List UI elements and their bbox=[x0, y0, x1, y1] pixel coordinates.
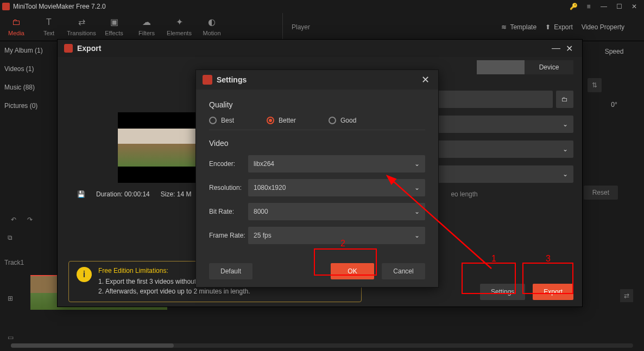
settings-title: Settings bbox=[217, 75, 419, 84]
radio-checked-icon bbox=[267, 117, 274, 124]
quality-good-radio[interactable]: Good bbox=[329, 117, 356, 124]
maximize-icon[interactable]: ☐ bbox=[611, 0, 627, 13]
size-label: Size: bbox=[161, 190, 175, 198]
upload-icon: ⬆ bbox=[545, 23, 551, 31]
chevron-down-icon: ⌄ bbox=[414, 208, 420, 215]
player-label: Player bbox=[292, 23, 310, 31]
export-close-icon[interactable]: ✕ bbox=[563, 42, 576, 55]
size-value: 14 M bbox=[177, 190, 192, 198]
video-property-button[interactable]: Video Property bbox=[582, 23, 624, 31]
cancel-button[interactable]: Cancel bbox=[382, 263, 425, 279]
text-icon: T bbox=[33, 17, 65, 27]
transitions-icon: ⇄ bbox=[65, 17, 98, 27]
tool-effects[interactable]: ▣ Effects bbox=[98, 17, 130, 37]
radio-icon bbox=[209, 117, 217, 124]
menu-icon[interactable]: ≡ bbox=[581, 0, 596, 13]
export-header: Export — ✕ bbox=[58, 40, 582, 57]
add-track-icon[interactable]: ▭ bbox=[8, 334, 14, 341]
layers-icon: ≋ bbox=[501, 23, 507, 31]
radio-icon bbox=[329, 117, 336, 124]
tool-transitions[interactable]: ⇄ Transitions bbox=[65, 17, 98, 37]
encoder-label: Encoder: bbox=[209, 160, 248, 168]
swap-icon[interactable]: ⇄ bbox=[620, 289, 633, 302]
motion-icon: ◐ bbox=[195, 17, 228, 27]
app-logo-icon bbox=[2, 3, 10, 10]
chevron-down-icon: ⌄ bbox=[414, 160, 420, 168]
speed-label[interactable]: Speed bbox=[584, 41, 644, 62]
annotation-label-3: 3 bbox=[546, 254, 551, 264]
resolution-dropdown[interactable]: 1080x1920⌄ bbox=[248, 179, 425, 196]
annotation-label-1: 1 bbox=[491, 254, 496, 264]
settings-logo-icon bbox=[203, 75, 212, 85]
tool-motion[interactable]: ◐ Motion bbox=[195, 17, 228, 37]
timeline-scrollbar[interactable] bbox=[11, 343, 633, 348]
folder-icon: 🗀 bbox=[561, 95, 568, 103]
annotation-label-2: 2 bbox=[340, 239, 345, 248]
sidebar-item-videos[interactable]: Videos (1) bbox=[0, 60, 54, 78]
key-icon[interactable]: 🔑 bbox=[566, 0, 581, 13]
browse-folder-button[interactable]: 🗀 bbox=[556, 91, 573, 108]
sidebar-item-music[interactable]: Music (88) bbox=[0, 78, 54, 97]
effects-icon: ▣ bbox=[98, 17, 130, 27]
copy-icon[interactable]: ⧉ bbox=[8, 234, 12, 241]
tool-filters[interactable]: ☁ Filters bbox=[130, 17, 163, 37]
duration-label: Duration: bbox=[96, 190, 123, 198]
framerate-dropdown[interactable]: 25 fps⌄ bbox=[248, 227, 425, 244]
property-adjust-icon[interactable]: ⇅ bbox=[588, 78, 602, 92]
video-section-title: Video bbox=[209, 139, 425, 148]
redo-icon[interactable]: ↷ bbox=[27, 216, 33, 224]
export-minimize-icon[interactable]: — bbox=[550, 42, 563, 55]
player-panel: Player ≋ Template ⬆ Export Video Propert… bbox=[282, 13, 644, 41]
track-label: Track1 bbox=[4, 259, 24, 266]
resolution-label: Resolution: bbox=[209, 184, 248, 192]
bitrate-label: Bit Rate: bbox=[209, 208, 248, 215]
export-confirm-button[interactable]: Export bbox=[533, 284, 573, 300]
reset-button[interactable]: Reset bbox=[584, 186, 618, 200]
tab-pc[interactable] bbox=[477, 60, 525, 74]
default-button[interactable]: Default bbox=[209, 263, 252, 279]
rotation-value: 0° bbox=[584, 94, 644, 115]
framerate-label: Frame Rate: bbox=[209, 232, 248, 239]
quality-better-radio[interactable]: Better bbox=[267, 117, 296, 124]
close-icon[interactable]: ✕ bbox=[627, 0, 642, 13]
video-length-label: eo length bbox=[451, 190, 573, 198]
duration-value: 00:00:14 bbox=[124, 190, 150, 198]
chevron-down-icon: ⌄ bbox=[563, 170, 568, 178]
save-icon: 💾 bbox=[77, 190, 85, 198]
media-sidebar: My Album (1) Videos (1) Music (88) Pictu… bbox=[0, 41, 54, 115]
undo-icon[interactable]: ↶ bbox=[11, 216, 16, 224]
folder-icon: 🗀 bbox=[0, 17, 33, 27]
settings-dialog: Settings ✕ Quality Best Better Good Vide… bbox=[195, 69, 439, 288]
export-title: Export bbox=[77, 44, 550, 53]
tab-device[interactable]: Device bbox=[525, 60, 573, 74]
chevron-down-icon: ⌄ bbox=[414, 232, 420, 239]
minimize-icon[interactable]: — bbox=[596, 0, 611, 13]
quality-section-title: Quality bbox=[209, 100, 425, 109]
quality-best-radio[interactable]: Best bbox=[209, 117, 234, 124]
ok-button[interactable]: OK bbox=[331, 263, 374, 279]
settings-button[interactable]: Settings bbox=[480, 284, 525, 300]
export-logo-icon bbox=[64, 44, 73, 53]
chevron-down-icon: ⌄ bbox=[563, 120, 568, 128]
template-button[interactable]: ≋ Template bbox=[501, 23, 536, 31]
chevron-down-icon: ⌄ bbox=[414, 184, 420, 192]
encoder-dropdown[interactable]: libx264⌄ bbox=[248, 155, 425, 173]
filters-icon: ☁ bbox=[130, 17, 163, 27]
app-title: MiniTool MovieMaker Free 7.2.0 bbox=[13, 3, 566, 10]
info-icon: i bbox=[77, 267, 92, 282]
elements-icon: ✦ bbox=[163, 17, 195, 27]
tool-elements[interactable]: ✦ Elements bbox=[163, 17, 195, 37]
limitations-line2: 2. Afterwards, export video up to 2 minu… bbox=[98, 286, 250, 296]
tool-text[interactable]: T Text bbox=[33, 17, 65, 37]
settings-close-icon[interactable]: ✕ bbox=[419, 73, 432, 86]
main-toolbar: 🗀 Media T Text ⇄ Transitions ▣ Effects ☁… bbox=[0, 13, 644, 41]
bitrate-dropdown[interactable]: 8000⌄ bbox=[248, 203, 425, 220]
export-button[interactable]: ⬆ Export bbox=[545, 23, 573, 31]
titlebar: MiniTool MovieMaker Free 7.2.0 🔑 ≡ — ☐ ✕ bbox=[0, 0, 644, 13]
scrollbar-thumb[interactable] bbox=[11, 343, 174, 348]
sidebar-item-myalbum[interactable]: My Album (1) bbox=[0, 41, 54, 60]
tool-media[interactable]: 🗀 Media bbox=[0, 17, 33, 37]
chevron-down-icon: ⌄ bbox=[563, 145, 568, 153]
track-type-icon[interactable]: ⊞ bbox=[8, 295, 13, 302]
sidebar-item-pictures[interactable]: Pictures (0) bbox=[0, 97, 54, 115]
